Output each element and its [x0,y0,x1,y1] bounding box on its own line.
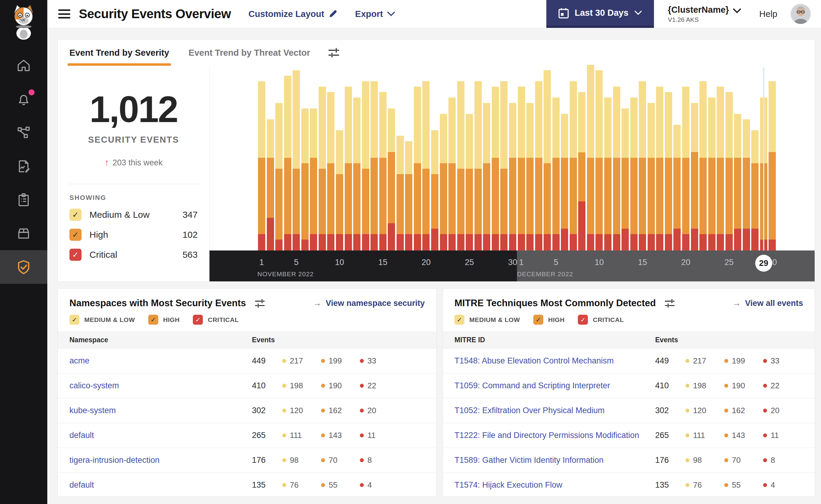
chart-bar-day-nov-8[interactable] [319,87,326,250]
chart-bar-day-dec-18[interactable] [665,92,672,250]
row-link[interactable]: T1052: Exfiltration Over Physical Medium [454,406,604,415]
chart-bar-day-nov-25[interactable] [466,114,473,250]
chart-bar-day-dec-27[interactable] [743,119,750,250]
sidebar-item-policies[interactable] [0,149,47,183]
chart-bar-day-nov-12[interactable] [353,98,361,250]
chart-bar-day-nov-22[interactable] [440,114,447,250]
chart-bar-day-dec-6[interactable] [561,114,568,250]
export-button[interactable]: Export [355,9,395,19]
chart-bar-day-nov-13[interactable] [362,81,369,250]
chart-bar-day-nov-21[interactable] [431,130,438,250]
filter-checkbox-critical[interactable]: ✓ [193,315,203,325]
tab-event-trend-by-severity[interactable]: Event Trend by Severity [69,40,169,66]
sidebar-item-alerts[interactable] [0,82,47,116]
chart-bar-day-dec-21[interactable] [691,103,698,250]
namespaces-filter-sliders-icon[interactable] [254,298,265,308]
chart-bar-day-nov-6[interactable] [301,108,309,250]
chart-bar-day-nov-10[interactable] [336,130,343,250]
chart-bar-day-nov-23[interactable] [448,98,456,250]
chart-bar-day-dec-25[interactable] [726,92,733,250]
chart-bar-day-dec-24[interactable] [717,87,724,250]
row-link[interactable]: tigera-intrusion-detection [69,456,159,465]
chart-bar-day-nov-1[interactable] [258,81,265,250]
chart-bar-day-dec-26[interactable] [734,114,741,250]
chart-bar-day-nov-4[interactable] [284,76,291,250]
chart-bar-day-dec-22[interactable] [700,81,707,250]
chart-bar-day-dec-19[interactable] [673,125,681,250]
cluster-selector[interactable]: {ClusterName} V1.26 AKS [668,5,741,23]
severity-checkbox-high[interactable]: ✓ [69,229,81,241]
chart-bar-day-dec-30[interactable] [769,81,776,250]
chart-bar-day-nov-26[interactable] [474,81,482,250]
hamburger-menu-icon[interactable] [58,9,70,18]
chart-bar-day-dec-3[interactable] [535,81,542,250]
chart-bar-day-dec-9[interactable] [587,65,594,250]
chart-bar-day-dec-12[interactable] [613,87,620,250]
view-all-events-link[interactable]: → View all events [732,298,803,308]
chart-bar-day-dec-5[interactable] [552,98,560,250]
chart-bar-day-nov-30[interactable] [509,103,516,250]
row-link[interactable]: calico-system [69,381,119,390]
filter-checkbox-critical[interactable]: ✓ [578,315,588,325]
chart-bar-day-nov-18[interactable] [405,141,412,250]
row-link[interactable]: default [69,480,94,489]
sidebar-item-threat-defense[interactable] [0,250,47,284]
chart-bar-day-dec-15[interactable] [639,81,646,250]
chart-bar-day-dec-17[interactable] [656,87,663,250]
severity-checkbox-critical[interactable]: ✓ [69,249,81,261]
row-link[interactable]: T1548: Abuse Elevation Control Mechanism [454,356,613,365]
chart-bar-day-dec-2[interactable] [526,103,533,250]
chart-bar-day-dec-4[interactable] [543,70,551,250]
chart-bar-day-nov-14[interactable] [371,81,378,250]
chart-bar-day-nov-7[interactable] [310,108,317,250]
view-namespace-security-link[interactable]: → View namespace security [313,298,425,308]
row-link[interactable]: kube-system [69,406,116,415]
filter-checkbox-high[interactable]: ✓ [533,315,543,325]
chart-bar-day-dec-28[interactable] [751,130,759,250]
chart-bar-day-nov-9[interactable] [327,92,334,250]
filter-checkbox-high[interactable]: ✓ [148,315,158,325]
chart-bar-day-dec-1[interactable] [518,87,525,250]
chart-bar-day-nov-28[interactable] [492,87,499,250]
tab-event-trend-by-threat-vector[interactable]: Event Trend by Threat Vector [188,40,310,66]
chart-bar-day-nov-20[interactable] [422,81,430,250]
help-link[interactable]: Help [759,9,777,19]
chart-bar-day-nov-27[interactable] [483,103,490,250]
chart-bar-day-nov-19[interactable] [414,87,421,250]
mitre-filter-sliders-icon[interactable] [664,298,675,308]
chart-bar-day-nov-24[interactable] [457,81,464,250]
user-avatar[interactable] [791,4,811,24]
chart-bar-day-nov-17[interactable] [397,136,404,250]
customize-layout-button[interactable]: Customize Layout [249,9,338,19]
chart-bar-day-dec-23[interactable] [708,98,716,250]
sidebar-item-workloads[interactable] [0,217,47,250]
filter-checkbox-medium-low[interactable]: ✓ [69,315,79,325]
date-range-button[interactable]: Last 30 Days [546,0,654,28]
chart-bar-day-nov-3[interactable] [275,103,283,250]
chart-bar-day-dec-14[interactable] [630,98,638,250]
chart-settings-sliders-icon[interactable] [328,47,340,58]
row-link[interactable]: default [69,431,94,440]
chart-bar-day-dec-8[interactable] [578,92,585,250]
chart-bar-day-nov-16[interactable] [388,108,395,250]
chart-bar-day-dec-16[interactable] [648,103,655,250]
chart-bar-day-dec-20[interactable] [682,87,690,250]
sidebar-item-home[interactable] [0,48,47,82]
chart-bar-day-nov-11[interactable] [345,87,352,250]
chart-bar-day-nov-29[interactable] [500,81,507,250]
chart-bar-day-dec-7[interactable] [570,81,577,250]
chart-bar-day-nov-15[interactable] [379,92,387,250]
calico-cat-logo[interactable] [7,3,41,40]
row-link[interactable]: T1574: Hijack Execution Flow [454,480,562,489]
row-link[interactable]: acme [69,356,89,365]
chart-bar-day-dec-13[interactable] [622,108,629,250]
chart-bar-day-nov-5[interactable] [293,70,300,250]
severity-checkbox-medium-low[interactable]: ✓ [69,209,81,221]
filter-checkbox-medium-low[interactable]: ✓ [454,315,464,325]
row-link[interactable]: T1059: Command and Scripting Interpreter [454,381,610,390]
selected-day-badge[interactable]: 29 [755,255,772,272]
chart-bar-day-dec-11[interactable] [604,98,611,250]
chart-bar-day-dec-10[interactable] [595,70,603,250]
chart-bar-day-nov-2[interactable] [267,119,274,250]
row-link[interactable]: T1589: Gather Victim Identity Informatio… [454,456,603,465]
